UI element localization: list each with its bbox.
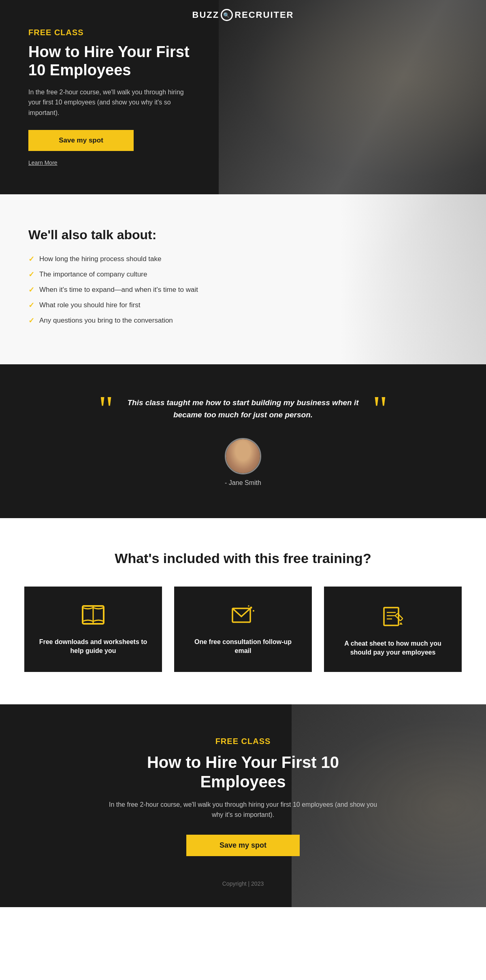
hero-title: How to Hire Your First 10 Employees [28, 43, 190, 80]
testimonial-section: " This class taught me how to start buil… [0, 364, 486, 518]
logo-bar: BUZZ 🔍 RECRUITER [0, 0, 486, 30]
list-item: ✓ What role you should hire for first [28, 301, 198, 310]
close-quote-icon: " [373, 396, 388, 422]
checklist-item-4: What role you should hire for first [39, 301, 140, 309]
hero-description: In the free 2-hour course, we'll walk yo… [28, 87, 190, 118]
card-downloads-label: Free downloads and worksheets to help gu… [36, 638, 150, 656]
edit-icon [382, 604, 404, 630]
included-title: What's included with this free training? [24, 551, 462, 566]
open-quote-icon: " [98, 396, 113, 422]
cta-section: FREE CLASS How to Hire Your First 10 Emp… [0, 704, 486, 907]
cta-title: How to Hire Your First 10 Employees [105, 753, 381, 791]
talk-title: We'll also talk about: [28, 227, 198, 242]
check-icon-3: ✓ [28, 285, 34, 294]
card-email-label: One free consultation follow-up email [186, 638, 300, 656]
talk-section: We'll also talk about: ✓ How long the hi… [0, 194, 486, 364]
svg-marker-11 [399, 622, 403, 625]
check-icon-2: ✓ [28, 270, 34, 279]
card-cheatsheet: A cheat sheet to how much you should pay… [324, 587, 462, 672]
logo-circle-icon: 🔍 [221, 9, 233, 21]
svg-point-4 [253, 610, 254, 612]
check-icon-4: ✓ [28, 301, 34, 310]
checklist-item-2: The importance of company culture [39, 270, 147, 278]
envelope-icon [231, 604, 255, 629]
avatar-image [226, 439, 260, 473]
cards-row: Free downloads and worksheets to help gu… [24, 587, 462, 672]
testimonial-name: - Jane Smith [225, 479, 261, 487]
hero-learn-more-link[interactable]: Learn More [28, 159, 58, 166]
cta-button[interactable]: Save my spot [186, 835, 300, 856]
talk-content: We'll also talk about: ✓ How long the hi… [0, 203, 226, 356]
cta-badge: FREE CLASS [105, 737, 381, 746]
copyright-text: Copyright | 2023 [222, 880, 264, 887]
svg-point-5 [248, 605, 249, 607]
checklist: ✓ How long the hiring process should tak… [28, 255, 198, 325]
testimonial-quote: This class taught me how to start buildi… [126, 397, 360, 421]
checklist-item-5: Any questions you bring to the conversat… [39, 317, 173, 325]
checklist-item-3: When it's time to expand—and when it's t… [39, 286, 198, 294]
book-icon [81, 604, 105, 629]
list-item: ✓ How long the hiring process should tak… [28, 255, 198, 264]
cta-content: FREE CLASS How to Hire Your First 10 Emp… [105, 737, 381, 872]
hero-content: FREE CLASS How to Hire Your First 10 Emp… [0, 4, 219, 191]
checklist-item-1: How long the hiring process should take [39, 255, 161, 263]
brand-logo: BUZZ 🔍 RECRUITER [192, 9, 294, 21]
hero-section: BUZZ 🔍 RECRUITER FREE CLASS How to Hire … [0, 0, 486, 194]
card-email: One free consultation follow-up email [174, 587, 312, 672]
check-icon-1: ✓ [28, 255, 34, 264]
svg-point-3 [250, 607, 252, 609]
brand-name-part1: BUZZ [192, 10, 220, 20]
list-item: ✓ The importance of company culture [28, 270, 198, 279]
included-section: What's included with this free training?… [0, 518, 486, 704]
brand-name-part2: RECRUITER [234, 10, 294, 20]
list-item: ✓ Any questions you bring to the convers… [28, 316, 198, 325]
quote-row: " This class taught me how to start buil… [49, 396, 437, 422]
cta-description: In the free 2-hour course, we'll walk yo… [105, 799, 381, 820]
card-downloads: Free downloads and worksheets to help gu… [24, 587, 162, 672]
card-cheatsheet-label: A cheat sheet to how much you should pay… [336, 639, 450, 657]
talk-background [243, 194, 486, 364]
list-item: ✓ When it's time to expand—and when it's… [28, 285, 198, 294]
check-icon-5: ✓ [28, 316, 34, 325]
hero-cta-button[interactable]: Save my spot [28, 130, 134, 151]
avatar [225, 438, 261, 474]
